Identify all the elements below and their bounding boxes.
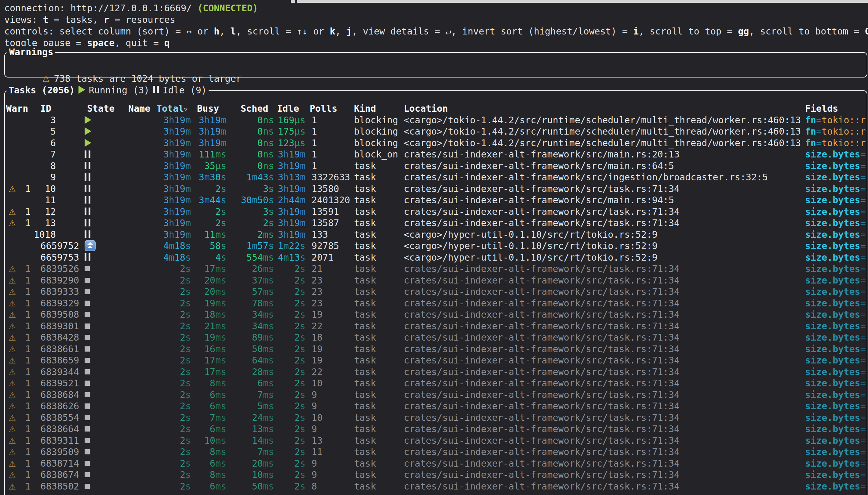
- cell-busy: 8ms: [191, 469, 228, 481]
- cell-warn: [0, 171, 34, 183]
- task-row[interactable]: ⚠1123h19m2s3s3h19m13591taskcrates/sui-in…: [0, 206, 868, 218]
- cell-fields: size.bytes=: [805, 400, 868, 412]
- cell-warn: ⚠1: [0, 275, 34, 286]
- column-header-kind[interactable]: Kind: [354, 103, 404, 115]
- cell-sched: 14ms: [228, 435, 275, 446]
- column-header-total[interactable]: Total▿: [156, 103, 191, 115]
- task-row[interactable]: 33h19m3h19m0ns169µs1blocking<cargo>/toki…: [0, 115, 868, 126]
- cell-warn: ⚠1: [0, 206, 34, 218]
- cell-polls: 8: [306, 481, 354, 492]
- column-header-busy[interactable]: Busy: [191, 103, 228, 115]
- task-row[interactable]: ⚠168386592s17ms64ms2s19taskcrates/sui-in…: [0, 355, 868, 366]
- field-value: tokio::r: [822, 115, 866, 125]
- task-row[interactable]: ⚠168386612s16ms50ms2s19taskcrates/sui-in…: [0, 343, 868, 355]
- idle-state-icon: [85, 253, 90, 261]
- column-header-idle[interactable]: Idle: [275, 103, 306, 115]
- cell-task-id: 10: [34, 183, 56, 195]
- cell-sched: 0ns: [228, 115, 275, 126]
- cell-location: crates/sui-indexer-alt-framework/src/tas…: [404, 366, 805, 378]
- cell-polls: 9: [306, 423, 354, 435]
- cell-total: 2s: [156, 263, 191, 275]
- task-row[interactable]: ⚠168386642s6ms13ms2s9taskcrates/sui-inde…: [0, 423, 868, 435]
- cell-fields: size.bytes=: [805, 423, 868, 435]
- column-header-polls[interactable]: Polls: [306, 103, 354, 115]
- cell-total: 3h19m: [156, 149, 191, 160]
- task-row[interactable]: ⚠168395082s18ms34ms2s19taskcrates/sui-in…: [0, 309, 868, 321]
- duration-value: 20ms: [204, 275, 226, 286]
- task-row[interactable]: 73h19m111ms0ns3h19m1block_oncrates/sui-i…: [0, 149, 868, 160]
- cell-warn: [0, 160, 34, 172]
- task-row[interactable]: ⚠168395092s8ms7ms2s11taskcrates/sui-inde…: [0, 446, 868, 458]
- task-row[interactable]: 66597534m18s4s554ms4m13s2071task<cargo>/…: [0, 252, 868, 263]
- stopped-state-icon: [85, 266, 90, 271]
- duration-value: 2s: [180, 378, 191, 389]
- column-header-name[interactable]: Name: [128, 103, 156, 115]
- task-row[interactable]: ⚠1103h19m2s3s3h19m13580taskcrates/sui-in…: [0, 183, 868, 195]
- column-header-fields[interactable]: Fields: [805, 103, 868, 115]
- column-header-warn[interactable]: Warn: [0, 103, 34, 115]
- cell-sched: 50ms: [228, 343, 275, 355]
- task-row[interactable]: 10183h19m11ms2ms3h19m133task<cargo>/hype…: [0, 229, 868, 240]
- cell-sched: 78ms: [228, 297, 275, 309]
- task-row[interactable]: 83h19m35µs0ns3h19m1taskcrates/sui-indexe…: [0, 160, 868, 172]
- cell-total: 3h19m: [156, 160, 191, 172]
- task-row[interactable]: ⚠168393332s20ms57ms2s23taskcrates/sui-in…: [0, 286, 868, 297]
- duration-value: 3s: [263, 183, 274, 194]
- column-header-sched[interactable]: Sched: [228, 103, 275, 115]
- task-row[interactable]: 113h19m3m44s30m50s2h44m2401320taskcrates…: [0, 194, 868, 206]
- task-row[interactable]: ⚠168395212s8ms6ms2s10taskcrates/sui-inde…: [0, 377, 868, 389]
- cell-busy: 3m44s: [191, 194, 228, 206]
- field-key: size.bytes: [805, 252, 861, 263]
- cell-idle: 2s: [275, 423, 306, 435]
- field-equals: =: [861, 275, 866, 286]
- column-header-loc[interactable]: Location: [404, 103, 805, 115]
- task-row[interactable]: 53h19m3h19m0ns175µs1blocking<cargo>/toki…: [0, 126, 868, 137]
- cell-total: 4m18s: [156, 240, 191, 252]
- cell-name: [128, 229, 156, 240]
- cell-busy: 2s: [191, 217, 228, 229]
- stopped-state-icon: [85, 404, 90, 409]
- task-row[interactable]: ⚠168392902s20ms37ms2s23taskcrates/sui-in…: [0, 275, 868, 286]
- cell-task-id: 6838659: [34, 355, 79, 366]
- cell-polls: 13580: [306, 183, 354, 195]
- task-row[interactable]: ⚠168386262s6ms5ms2s9taskcrates/sui-index…: [0, 400, 868, 412]
- task-row[interactable]: ⚠168393012s21ms34ms2s22taskcrates/sui-in…: [0, 321, 868, 332]
- task-row[interactable]: ⚠168385022s6ms50ms2s8taskcrates/sui-inde…: [0, 481, 868, 492]
- cell-fields: size.bytes=: [805, 149, 868, 160]
- cell-total: 2s: [156, 412, 191, 424]
- cell-busy: 58s: [191, 240, 228, 252]
- task-row[interactable]: ⚠168385542s7ms24ms2s10taskcrates/sui-ind…: [0, 412, 868, 424]
- cell-sched: 20ms: [228, 458, 275, 470]
- task-row[interactable]: ⚠168393292s19ms78ms2s23taskcrates/sui-in…: [0, 297, 868, 309]
- task-row[interactable]: ⚠168387142s6ms20ms2s9taskcrates/sui-inde…: [0, 458, 868, 470]
- task-row[interactable]: 66597524m18s58s1m57s1m22s92785task<cargo…: [0, 240, 868, 252]
- task-row[interactable]: ⚠168393112s10ms14ms2s13taskcrates/sui-in…: [0, 435, 868, 446]
- task-row[interactable]: ⚠168386742s8ms10ms2s9taskcrates/sui-inde…: [0, 469, 868, 481]
- task-row[interactable]: ⚠1133h19m2s2s3h19m13587taskcrates/sui-in…: [0, 217, 868, 229]
- duration-value: 2s: [295, 344, 305, 354]
- cell-fields: size.bytes=: [805, 481, 868, 492]
- task-row[interactable]: 63h19m3h19m0ns123µs1blocking<cargo>/toki…: [0, 137, 868, 149]
- cell-busy: 3h19m: [191, 126, 228, 137]
- cell-task-id: 5: [34, 126, 56, 137]
- column-header-id[interactable]: ID: [34, 103, 56, 115]
- field-value: tokio::r: [822, 138, 866, 148]
- duration-value: 2s: [180, 389, 191, 400]
- cell-fields: size.bytes=: [805, 275, 868, 286]
- cell-sched: 28ms: [228, 366, 275, 378]
- column-header-state[interactable]: State: [56, 103, 128, 115]
- connection-url[interactable]: http://127.0.0.1:6669/: [70, 3, 192, 13]
- cell-warn: [0, 194, 34, 206]
- cell-busy: 35µs: [191, 160, 228, 172]
- cell-sched: 6ms: [228, 377, 275, 389]
- task-row[interactable]: 93h19m3m30s1m43s3h13m3322633taskcrates/s…: [0, 171, 868, 183]
- task-row[interactable]: ⚠168384282s19ms89ms2s18taskcrates/sui-in…: [0, 332, 868, 343]
- task-row[interactable]: ⚠168393442s17ms28ms2s22taskcrates/sui-in…: [0, 366, 868, 378]
- task-row[interactable]: ⚠168386842s6ms7ms2s9taskcrates/sui-index…: [0, 389, 868, 401]
- duration-value: 3h19m: [163, 218, 191, 228]
- cell-sched: 24ms: [228, 412, 275, 424]
- cell-kind: task: [354, 252, 404, 263]
- cell-idle: 2s: [275, 377, 306, 389]
- task-row[interactable]: ⚠168395262s17ms26ms2s21taskcrates/sui-in…: [0, 263, 868, 275]
- cell-location: crates/sui-indexer-alt-framework/src/tas…: [404, 217, 805, 229]
